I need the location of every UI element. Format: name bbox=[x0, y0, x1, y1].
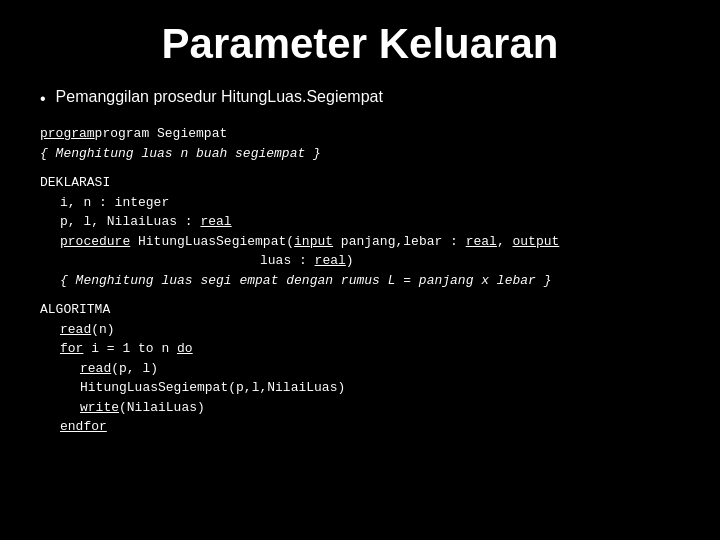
code-line-algoritma: ALGORITMA bbox=[40, 300, 680, 320]
keyword-program: program bbox=[40, 126, 95, 141]
keyword-real2: real bbox=[466, 234, 497, 249]
keyword-read1: read bbox=[60, 322, 91, 337]
page-container: Parameter Keluaran • Pemanggilan prosedu… bbox=[0, 0, 720, 540]
program-section: programprogram Segiempat { Menghitung lu… bbox=[40, 124, 680, 163]
code-line-call: HitungLuasSegiempat(p,l,NilaiLuas) bbox=[80, 378, 680, 398]
write-args: (NilaiLuas) bbox=[119, 400, 205, 415]
bullet-text: Pemanggilan prosedur HitungLuas.Segiempa… bbox=[56, 88, 383, 106]
read-n-args: (n) bbox=[91, 322, 114, 337]
keyword-output: output bbox=[513, 234, 560, 249]
for-range: i = 1 to n bbox=[83, 341, 177, 356]
code-line-endfor: endfor bbox=[60, 417, 680, 437]
keyword-real3: real bbox=[315, 253, 346, 268]
luas-param: luas : real) bbox=[260, 253, 354, 268]
code-line-for: for i = 1 to n do bbox=[60, 339, 680, 359]
code-line-vars: i, n : integer bbox=[60, 193, 680, 213]
deklarasi-section: DEKLARASI i, n : integer p, l, NilaiLuas… bbox=[40, 173, 680, 290]
keyword-read2: read bbox=[80, 361, 111, 376]
code-line-vars2: p, l, NilaiLuas : real bbox=[60, 212, 680, 232]
code-line-comment2: { Menghitung luas segi empat dengan rumu… bbox=[60, 271, 680, 291]
code-line-procedure: procedure HitungLuasSegiempat(input panj… bbox=[60, 232, 680, 252]
code-line-write: write(NilaiLuas) bbox=[80, 398, 680, 418]
bullet-point: • Pemanggilan prosedur HitungLuas.Segiem… bbox=[40, 88, 680, 108]
keyword-endfor: endfor bbox=[60, 419, 107, 434]
keyword-write: write bbox=[80, 400, 119, 415]
code-line-deklarasi: DEKLARASI bbox=[40, 173, 680, 193]
bullet-symbol: • bbox=[40, 90, 46, 108]
code-line-comment1: { Menghitung luas n buah segiempat } bbox=[40, 144, 680, 164]
code-line-luas: luas : real) bbox=[260, 251, 680, 271]
read-pl-args: (p, l) bbox=[111, 361, 158, 376]
code-text: program Segiempat bbox=[95, 126, 228, 141]
code-line-read-n: read(n) bbox=[60, 320, 680, 340]
proc-name: HitungLuasSegiempat(input panjang,lebar … bbox=[130, 234, 559, 249]
code-line-read-pl: read(p, l) bbox=[80, 359, 680, 379]
keyword-for: for bbox=[60, 341, 83, 356]
code-line-program: programprogram Segiempat bbox=[40, 124, 680, 144]
var-in: i, n : integer bbox=[60, 195, 169, 210]
algoritma-section: ALGORITMA read(n) for i = 1 to n do read… bbox=[40, 300, 680, 437]
keyword-real1: real bbox=[200, 214, 231, 229]
var-p: p, l, NilaiLuas : real bbox=[60, 214, 232, 229]
keyword-procedure: procedure bbox=[60, 234, 130, 249]
keyword-do: do bbox=[177, 341, 193, 356]
keyword-input: input bbox=[294, 234, 333, 249]
page-title: Parameter Keluaran bbox=[40, 20, 680, 68]
code-block: programprogram Segiempat { Menghitung lu… bbox=[40, 124, 680, 437]
